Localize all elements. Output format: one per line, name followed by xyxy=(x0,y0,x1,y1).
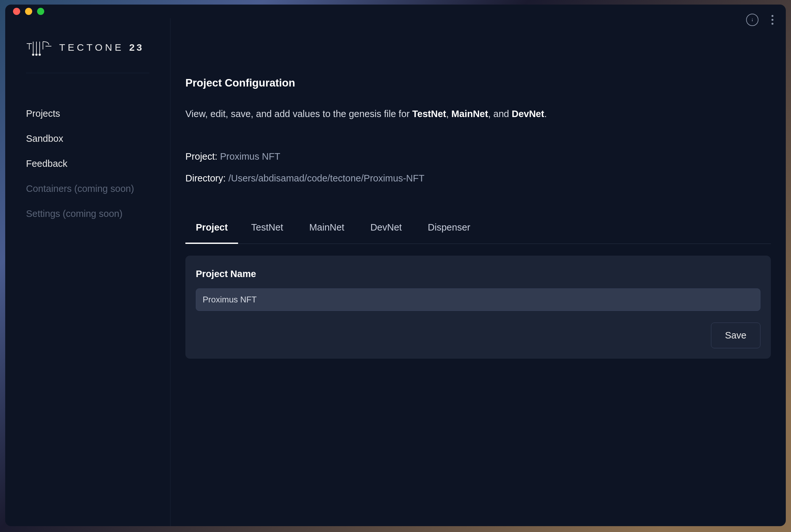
save-button[interactable]: Save xyxy=(711,323,760,348)
window-titlebar xyxy=(5,4,786,18)
tab-project[interactable]: Project xyxy=(185,222,238,244)
desc-testnet: TestNet xyxy=(412,109,446,119)
desc-suffix: . xyxy=(544,109,547,119)
project-name-label: Project Name xyxy=(196,269,760,279)
sidebar-item-projects[interactable]: Projects xyxy=(26,108,149,119)
minimize-button[interactable] xyxy=(25,8,32,15)
sidebar-item-feedback[interactable]: Feedback xyxy=(26,158,149,169)
desc-text: View, edit, save, and add values to the … xyxy=(185,109,412,119)
brand-suffix: 23 xyxy=(129,42,144,53)
directory-row: Directory: /Users/abdisamad/code/tectone… xyxy=(185,173,771,184)
desc-devnet: DevNet xyxy=(512,109,544,119)
close-button[interactable] xyxy=(13,8,20,15)
project-row: Project: Proximus NFT xyxy=(185,151,771,162)
sidebar: TECTONE 23 Projects Sandbox Feedback Con… xyxy=(5,18,170,526)
svg-point-5 xyxy=(33,54,34,56)
tab-devnet[interactable]: DevNet xyxy=(357,222,415,244)
page-title: Project Configuration xyxy=(185,77,771,89)
brand-name: TECTONE xyxy=(59,42,124,53)
project-value: Proximus NFT xyxy=(220,151,280,162)
project-label: Project: xyxy=(185,151,220,162)
logo-icon xyxy=(26,39,52,56)
sidebar-item-sandbox[interactable]: Sandbox xyxy=(26,133,149,144)
traffic-lights xyxy=(13,8,44,15)
form-actions: Save xyxy=(196,323,760,348)
svg-point-9 xyxy=(39,54,41,56)
titlebar-actions xyxy=(746,14,775,26)
sidebar-item-containers: Containers (coming soon) xyxy=(26,184,149,194)
svg-point-0 xyxy=(752,18,753,19)
tab-bar: Project TestNet MainNet DevNet Dispenser xyxy=(185,222,771,244)
desc-sep1: , xyxy=(446,109,451,119)
maximize-button[interactable] xyxy=(37,8,44,15)
main-content: Project Configuration View, edit, save, … xyxy=(170,18,786,526)
kebab-menu-icon[interactable] xyxy=(770,14,775,26)
brand-text: TECTONE 23 xyxy=(59,42,144,53)
form-card: Project Name Save xyxy=(185,255,771,359)
directory-value: /Users/abdisamad/code/tectone/Proximus-N… xyxy=(228,173,425,184)
desc-sep2: , and xyxy=(488,109,512,119)
brand-logo: TECTONE 23 xyxy=(26,39,149,56)
tab-dispenser[interactable]: Dispenser xyxy=(415,222,483,244)
directory-label: Directory: xyxy=(185,173,228,184)
info-icon[interactable] xyxy=(746,14,758,26)
sidebar-divider xyxy=(26,73,149,73)
svg-point-7 xyxy=(36,54,37,56)
app-body: TECTONE 23 Projects Sandbox Feedback Con… xyxy=(5,18,786,526)
tab-testnet[interactable]: TestNet xyxy=(238,222,296,244)
project-meta: Project: Proximus NFT Directory: /Users/… xyxy=(185,151,771,184)
project-name-input[interactable] xyxy=(196,288,760,311)
page-description: View, edit, save, and add values to the … xyxy=(185,107,771,121)
sidebar-item-settings: Settings (coming soon) xyxy=(26,208,149,219)
tab-mainnet[interactable]: MainNet xyxy=(296,222,357,244)
nav-list: Projects Sandbox Feedback Containers (co… xyxy=(26,108,149,219)
desc-mainnet: MainNet xyxy=(451,109,488,119)
app-window: TECTONE 23 Projects Sandbox Feedback Con… xyxy=(5,4,786,526)
